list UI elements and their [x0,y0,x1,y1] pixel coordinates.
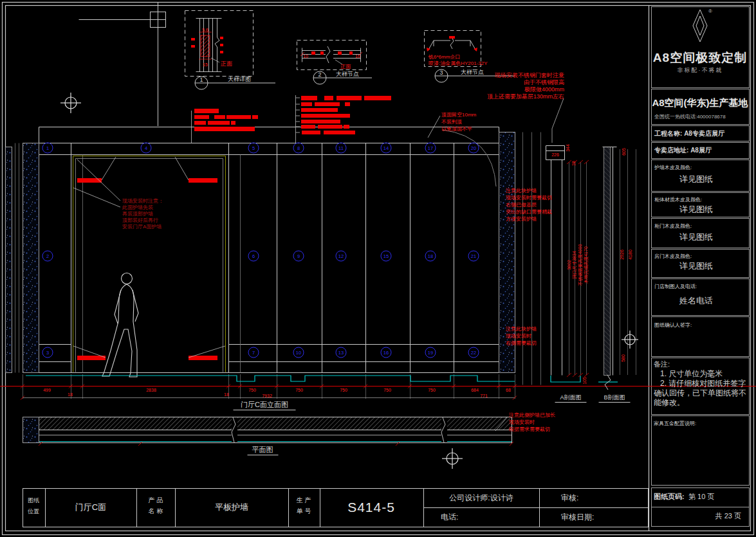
elevation-outline [23,127,515,373]
elevation-secondary-lines [15,132,541,385]
panel-number: 3 [42,347,53,358]
material-value-3: 详见图纸 [679,232,713,243]
material-value-4: 详见图纸 [679,260,713,272]
elevation-title: 门厅C面立面图 [241,400,288,410]
detail-2-bubble-number: 2 [318,71,321,78]
material-label-4: 房门木皮及颜色: [654,253,692,260]
dim-bottom-3: 750 [248,388,256,392]
dim-b-2926: 2926 [620,250,624,260]
section-b [603,147,636,390]
order-label-line1: 生 产 [297,496,311,505]
plan-cut-note-line2: 现场安装时 [509,419,535,426]
dim-18-left: 18 [68,392,73,397]
install-order-line5: 安装门厅A面护墙 [122,223,161,230]
dim-a-3802: 3802 [567,260,571,270]
detail-3-label: 大样节点 [461,68,484,77]
right-cut-note-line2: 现场安装时需要裁切 [506,194,552,201]
loc-label-line1: 图纸 [28,496,39,505]
section-a-title: A剖面图 [560,394,581,402]
panel-number: 1 [42,143,53,154]
store-address-row: 专卖店地址: A8展厅 [654,146,712,155]
panel-number: 16 [381,347,392,358]
dim-18-right: 18 [224,392,229,397]
hotline: 全国统一热线电话:4000078678 [654,113,726,120]
panel-number: 17 [425,143,436,154]
drawing-linework [0,0,756,537]
right-cut-note-line3: 右侧已做基层 [506,201,537,208]
product-label-line1: 产 品 [149,496,163,505]
dim-bottom-2: 2838 [146,388,156,392]
registered-mark: ® [708,8,712,14]
cad-sheet: ® A8空间极致定制 非标配·不将就 A8空间(华东)生产基地 全国统一热线电话… [0,0,756,537]
loc-label-line2: 位置 [28,507,39,516]
material-value-2: 详见图纸 [679,204,713,215]
panel-number: 4 [141,143,152,154]
material-value-1: 详见图纸 [679,174,713,185]
top-gap-note-line2: 不装到顶 [441,118,462,125]
panel-number: 12 [336,251,347,262]
dim-bottom-1: 499 [43,388,51,392]
right-cut2-note-line2: 现场安装时 [506,332,531,340]
plan-title: 平面图 [252,445,273,455]
brand-title: A8空间极致定制 [653,50,747,66]
person-figure [102,273,138,378]
brand-diamond-icon [693,10,707,42]
remark-title: 备注: [654,360,670,369]
door-swing-arc [443,130,496,187]
panel-number: 11 [336,143,347,154]
designer-label: 公司设计师:设计诗 [449,493,513,504]
dim-bottom-7: 750 [428,388,436,392]
drafter-label: 门店制图人及电话: [654,283,697,290]
plan-cut-note-line1: 注意此侧护墙已加长 [509,412,555,419]
panel-number: 9 [293,251,304,262]
panel-number: 14 [381,143,392,154]
hardware-label: 家具五金配置说明: [654,420,696,427]
dim-a-226: 226 [551,152,559,157]
remark-line-4: 能修改。 [654,397,685,408]
dim-a-344: 344 [566,144,570,152]
page-number-current: 第 10 页 [688,492,714,502]
right-cut-note-line1: 注意此块护墙 [506,187,537,194]
right-cut2-note-line3: 右侧需要裁切 [506,340,537,347]
page-number-total: 共 23 页 [715,511,741,521]
left-wall-strip-hatch [6,147,12,373]
sheet-border [3,3,754,535]
panel-number: 13 [336,347,347,358]
right-cut2-note-line1: 注意此块护墙 [506,325,537,332]
order-label-line2: 单 号 [297,507,311,516]
dim-bottom-6: 750 [383,388,391,392]
dim-a-105: 105 [582,377,587,385]
dim-a-finish-height: 木饰完成高度4170 [583,246,589,284]
detail-3-bubble-number: 3 [439,69,443,76]
detail-1-dim-b: 15 [203,62,208,67]
detail-1-dim-a: 5.6 [202,28,208,32]
section-b-title: B剖面图 [604,394,625,402]
right-cut-note-line5: 方便安装护墙 [506,215,537,223]
panel-number: 21 [468,251,479,262]
detail-1-bubble-number: 1 [199,77,203,83]
titlebar-grid [23,489,649,527]
dim-b-580: 580 [621,354,625,362]
material-label-3: 柜门木皮及颜色: [654,223,692,230]
dim-bottom-5: 750 [340,388,347,392]
top-gap-note-line1: 顶面留空10mm [441,111,476,118]
panel-number: 20 [468,143,479,154]
dim-bottom-9: 68 [506,388,511,392]
axis-marker [79,3,166,126]
panel-number: 18 [425,251,436,262]
detail-1-face-label: 正面 [221,60,232,68]
dim-b-605: 605 [622,148,626,156]
panel-number: 6 [248,251,259,262]
dimension-lines [0,374,756,400]
detail-1-label: 大样详图 [228,75,251,84]
detail-2-face-label: 正面 [340,63,351,70]
panel-number: 7 [248,347,259,358]
confirm-signature-label: 图纸确认人签字: [654,322,692,329]
brand-tagline: 非标配·不将就 [678,66,723,75]
dim-bottom-8: 684 [471,388,479,392]
product-value: 平板护墙 [215,502,248,513]
stainless-note-line4: 顶上还需要加基层130mm左右 [487,93,564,101]
review-label: 审核: [561,493,578,504]
dim-bottom-4: 750 [295,388,303,392]
material-label-1: 护墙木皮及颜色: [654,164,692,171]
